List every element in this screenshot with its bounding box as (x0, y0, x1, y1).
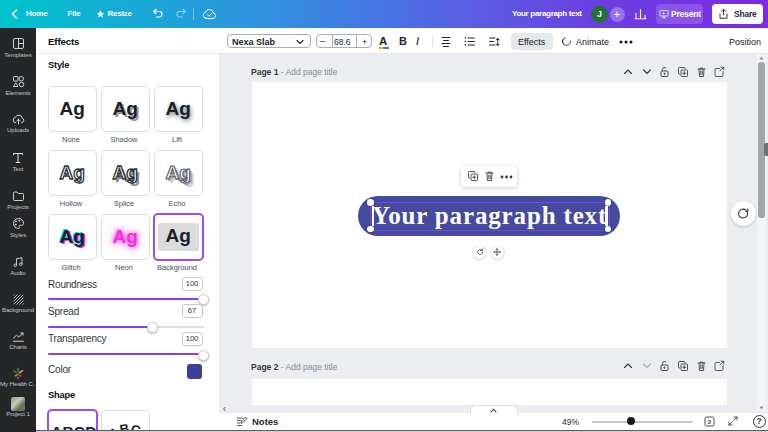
svg-text:2: 2 (708, 419, 712, 425)
